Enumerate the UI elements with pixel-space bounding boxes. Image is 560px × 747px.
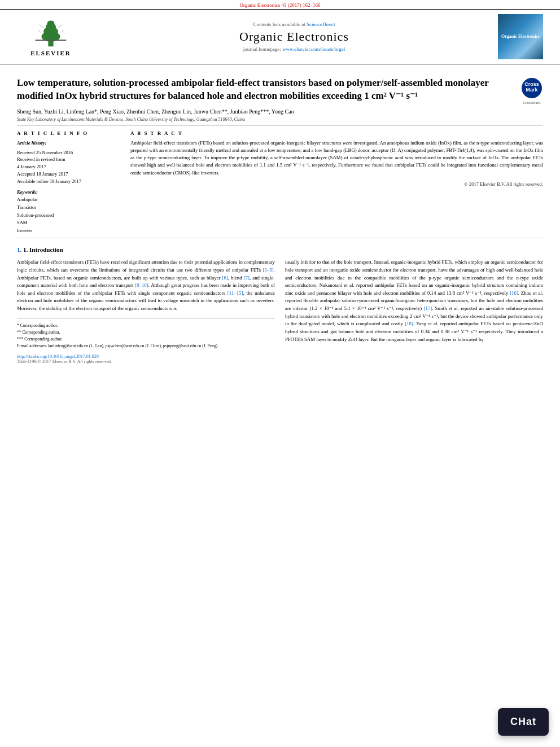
article-info-label: A R T I C L E I N F O [17,130,121,136]
available-online-date: Available online 19 January 2017 [17,178,121,185]
issn-line: 1566-1199/© 2017 Elsevier B.V. All right… [17,359,275,364]
crossmark-icon: Cross Mark CrossMark [520,77,543,99]
svg-line-5 [38,30,41,33]
ref-16[interactable]: [16] [510,290,518,296]
ref-6[interactable]: [6] [222,275,228,281]
elsevier-logo-block: ELSEVIER [11,17,90,56]
revised-date: 4 January 2017 [17,163,121,171]
journal-citation-bar: Organic Electronics 43 (2017) 162–166 [0,0,560,9]
chat-button[interactable]: CHat [498,708,549,736]
contents-availability: Contents lists available at ScienceDirec… [90,21,498,27]
ref-11-15[interactable]: [11–15] [228,290,243,296]
main-right-col: usually inferior to that of the hole tra… [285,259,543,364]
svg-text:Cross: Cross [524,81,539,87]
authors-line: Sheng Sun, Yuzhi Li, Linfeng Lan*, Peng … [17,107,543,116]
footnote-star2: ** Corresponding author. [17,329,275,336]
article-info-block: Article history: Received 25 November 20… [17,139,121,185]
received-date: Received 25 November 2016 [17,149,121,156]
elsevier-logo: ELSEVIER [11,17,90,56]
journal-cover-image: Organic Electronics [498,14,549,59]
footnote-email: E-mail addresses: lanlinfeng@scut.edu.cn… [17,343,275,350]
footnote-star3: *** Corresponding author. [17,336,275,343]
copyright-line: © 2017 Elsevier B.V. All rights reserved… [130,181,543,187]
svg-line-7 [61,30,64,33]
paper-title-section: Low temperature, solution-processed ambi… [17,77,543,103]
accepted-date: Accepted 18 January 2017 [17,171,121,178]
paper-title: Low temperature, solution-processed ambi… [17,77,515,103]
divider-2 [17,238,543,238]
intro-heading: 1. 1. Introduction [17,246,543,253]
article-info-abstract-section: A R T I C L E I N F O Article history: R… [17,130,543,234]
keyword-transistor: Transistor [17,204,121,212]
svg-line-8 [59,25,62,28]
journal-header: ELSEVIER Contents lists available at Sci… [0,9,560,64]
elsevier-tree-icon [28,17,73,48]
affiliation-line: State Key Laboratory of Luminescent Mate… [17,117,543,122]
science-direct-link[interactable]: ScienceDirect [307,21,335,27]
bottom-doi-line: http://dx.doi.org/10.1016/j.orgel.2017.0… [17,354,275,359]
revised-label: Received in revised form [17,156,121,163]
journal-cover-thumbnail: Organic Electronics [498,14,543,59]
footnotes-section: * Corresponding author. ** Corresponding… [17,318,275,350]
abstract-text: Ambipolar field-effect transistors (FETs… [130,139,543,177]
doi-link[interactable]: http://dx.doi.org/10.1016/j.orgel.2017.0… [17,354,99,359]
intro-para-2: usually inferior to that of the hole tra… [285,259,543,343]
paper-body: Low temperature, solution-processed ambi… [0,64,560,370]
ref-1-5[interactable]: [1–5] [263,267,274,273]
main-content: 1. 1. Introduction Ambipolar field-effec… [17,246,543,364]
intro-number: 1. [17,246,23,253]
elsevier-wordmark: ELSEVIER [30,50,71,56]
crossmark-label: CrossMark [520,101,543,105]
keywords-section: Keywords: Ambipolar Transistor Solution-… [17,189,121,234]
journal-title: Organic Electronics [90,29,498,44]
svg-line-6 [40,25,43,28]
svg-rect-9 [36,40,67,41]
abstract-column: A B S T R A C T Ambipolar field-effect t… [130,130,543,234]
abstract-label: A B S T R A C T [130,130,543,136]
keyword-sam: SAM [17,219,121,227]
journal-info-center: Contents lists available at ScienceDirec… [90,21,498,52]
journal-citation-text: Organic Electronics 43 (2017) 162–166 [240,2,321,8]
keywords-label: Keywords: [17,189,121,195]
divider-1 [17,125,543,126]
footnote-star1: * Corresponding author. [17,322,275,329]
article-info-column: A R T I C L E I N F O Article history: R… [17,130,121,234]
journal-homepage-link[interactable]: www.elsevier.com/locate/orgel [282,46,345,52]
keyword-solution: Solution-processed [17,212,121,220]
ref-18[interactable]: [18] [405,321,413,326]
history-label: Article history: [17,139,121,147]
keyword-ambipolar: Ambipolar [17,196,121,204]
two-col-main-content: Ambipolar field-effect transistors (FETs… [17,259,543,364]
paper-title-block: Low temperature, solution-processed ambi… [17,77,515,103]
ref-7[interactable]: [7] [244,275,250,281]
ref-17[interactable]: [17] [423,305,432,311]
svg-text:Mark: Mark [526,87,538,93]
main-left-col: Ambipolar field-effect transistors (FETs… [17,259,275,364]
svg-point-4 [47,20,55,25]
ref-8-10[interactable]: [8–10] [135,282,148,288]
journal-homepage-line: journal homepage: www.elsevier.com/locat… [90,46,498,52]
intro-para-1: Ambipolar field-effect transistors (FETs… [17,259,275,312]
keyword-inverter: Inverter [17,227,121,235]
